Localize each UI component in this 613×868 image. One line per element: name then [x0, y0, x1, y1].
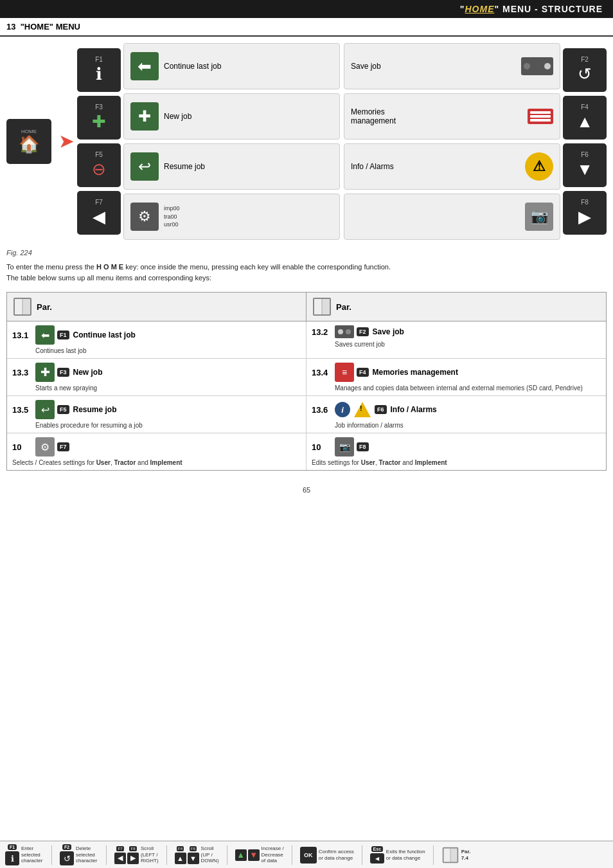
fkey-f4: F4 ▲: [563, 96, 607, 140]
f6-label-13-6: F6: [375, 405, 387, 414]
page-number: 65: [0, 484, 613, 496]
footer-item-par: Par.7.4: [441, 846, 480, 864]
cell-10-right: 10 📷 F8 Edits settings for User, Tractor…: [306, 433, 606, 470]
diagram-row: HOME 🏠 ➤ F1 ℹ F3 ✚ F5 ⊖ F7 ◀: [6, 43, 607, 240]
par-13-6-icons: i F6: [335, 400, 387, 419]
menu-diagram: HOME 🏠 ➤ F1 ℹ F3 ✚ F5 ⊖ F7 ◀: [0, 37, 613, 246]
footer-item-f7f8: F7 ◀ F8 ▶ Scroll(LEFT /RIGHT): [114, 845, 159, 864]
footer-div-1: [51, 845, 52, 865]
menu-row-3: ↩ Resume job Info / Alarms ⚠: [123, 143, 560, 190]
resume-text: Resume job: [164, 162, 205, 171]
cell-13-3: 13.3 ✚ F3 New job Starts a new spraying: [7, 359, 306, 395]
footer-item-updown: ▲ ▼ Increase /Decreaseof data: [235, 845, 284, 864]
par-13-4-icons: ≡ F4: [335, 363, 369, 382]
par-13-5-icons: ↩ F5: [35, 400, 69, 419]
camera-icon-10-right: 📷: [335, 437, 354, 457]
save-text: Save job: [351, 62, 381, 71]
footer-par-text: Par.7.4: [461, 849, 471, 861]
par-13-2-number: 13.2: [312, 327, 331, 337]
table-row-2: 13.3 ✚ F3 New job Starts a new spraying …: [7, 359, 606, 396]
f7-label-10-left: F7: [57, 442, 69, 451]
fkey-f8: F8 ▶: [563, 191, 607, 235]
cell-13-5: 13.5 ↩ F5 Resume job Enables procedure f…: [7, 396, 306, 433]
settings-text: imp00tra00usr00: [164, 204, 180, 229]
footer-f7f8-text: Scroll(LEFT /RIGHT): [141, 845, 159, 864]
menu-row-4: ⚙ imp00tra00usr00 📷: [123, 194, 560, 240]
par-13-1-desc: Continues last job: [12, 347, 301, 354]
table-header: Par. Par.: [7, 293, 606, 321]
menu-cell-info: Info / Alarms ⚠: [344, 143, 560, 190]
memories-text: Memoriesmanagement: [351, 107, 396, 125]
par-13-5-number: 13.5: [12, 405, 31, 415]
footer-f4f6-text: Scroll(UP /DOWN): [201, 845, 219, 864]
par-13-1-icons: ⬅ F1: [35, 325, 69, 345]
par-13-3-icons: ✚ F3: [35, 363, 69, 382]
f8-label-10-right: F8: [357, 442, 369, 451]
new-job-text: New job: [164, 112, 191, 121]
par-13-1-title: Continue last job: [73, 330, 136, 339]
new-job-icon-13-3: ✚: [35, 363, 55, 382]
menu-cell-continue: ⬅ Continue last job: [123, 43, 340, 89]
header-quote2: ": [494, 4, 499, 14]
par-10-left-number: 10: [12, 442, 31, 452]
fkey-f1: F1 ℹ: [77, 48, 121, 92]
header-home: HOME: [465, 4, 494, 14]
new-job-icon: ✚: [130, 102, 159, 131]
footer-item-f4f6: F4 ▲ F6 ▼ Scroll(UP /DOWN): [175, 845, 219, 864]
continue-text: Continue last job: [164, 62, 221, 71]
par-13-6-title: Info / Alarms: [391, 405, 437, 414]
section-heading: "HOME" MENU: [21, 22, 80, 32]
svg-rect-2: [22, 299, 30, 314]
fig-caption: Fig. 224: [0, 246, 613, 259]
table-row-4: 10 ⚙ F7 Selects / Creates settings for U…: [7, 433, 606, 470]
footer-bar: F1 ℹ Enterselectedcharacter F2 ↺ Deletes…: [0, 840, 613, 868]
par-13-5-title: Resume job: [73, 405, 117, 414]
cell-13-1: 13.1 ⬅ F1 Continue last job Continues la…: [7, 321, 306, 358]
par-13-4-number: 13.4: [312, 368, 331, 377]
footer-ok-text: Confirm accessor data change: [319, 849, 354, 861]
menu-row-2: ✚ New job Memoriesmanagement: [123, 93, 560, 140]
menu-rows: ⬅ Continue last job Save job: [123, 43, 560, 240]
par-13-6-desc: Job information / alarms: [312, 422, 601, 429]
footer-f2-text: Deleteselectedcharacter: [76, 845, 97, 864]
par-13-1-number: 13.1: [12, 330, 31, 340]
par-13-4-desc: Manages and copies data between internal…: [312, 384, 601, 392]
par-13-2-title: Save job: [373, 327, 404, 336]
par-10-left-desc: Selects / Creates settings for User, Tra…: [12, 459, 301, 466]
section-number: 13: [6, 22, 15, 32]
home-button: HOME 🏠: [6, 119, 51, 164]
cell-10-left: 10 ⚙ F7 Selects / Creates settings for U…: [7, 433, 306, 470]
menu-cell-resume: ↩ Resume job: [123, 143, 340, 190]
svg-rect-5: [314, 299, 322, 314]
table-row-1: 13.1 ⬅ F1 Continue last job Continues la…: [7, 321, 606, 359]
footer-div-7: [433, 845, 434, 865]
menu-cell-memories: Memoriesmanagement: [344, 93, 560, 140]
fkey-f2: F2 ↺: [563, 48, 607, 92]
f1-label-13-1: F1: [57, 330, 69, 339]
footer-updown-text: Increase /Decreaseof data: [262, 845, 284, 864]
warning-icon-13-6: [353, 400, 372, 419]
svg-rect-10: [450, 848, 458, 862]
par-13-6-number: 13.6: [312, 405, 331, 415]
info-text: Info / Alarms: [351, 162, 394, 171]
footer-div-6: [362, 845, 362, 865]
gear-icon-10-left: ⚙: [35, 437, 55, 457]
par-13-3-title: New job: [73, 368, 103, 377]
menu-cell-new: ✚ New job: [123, 93, 340, 140]
f4-label-13-4: F4: [357, 368, 369, 377]
footer-div-5: [292, 845, 292, 865]
footer-esc-text: Exits the functionor data change: [386, 849, 425, 861]
fkey-f5: F5 ⊖: [77, 143, 121, 187]
f2-label-13-2: F2: [357, 327, 369, 336]
description-text: To enter the menu press the H O M E key:…: [0, 259, 613, 288]
footer-div-4: [227, 845, 227, 865]
footer-div-3: [166, 845, 167, 865]
home-label: HOME: [21, 129, 37, 134]
cell-13-6: 13.6 i F6 Info / Alarms Job information …: [306, 396, 606, 433]
save-icon-13-2: [335, 325, 354, 338]
menu-cell-save: Save job: [344, 43, 560, 89]
resume-icon-13-5: ↩: [35, 400, 55, 419]
par-10-right-icons: 📷 F8: [335, 437, 369, 457]
footer-div-2: [106, 845, 107, 865]
footer-item-esc: Esc ◀ Exits the functionor data change: [370, 846, 425, 863]
